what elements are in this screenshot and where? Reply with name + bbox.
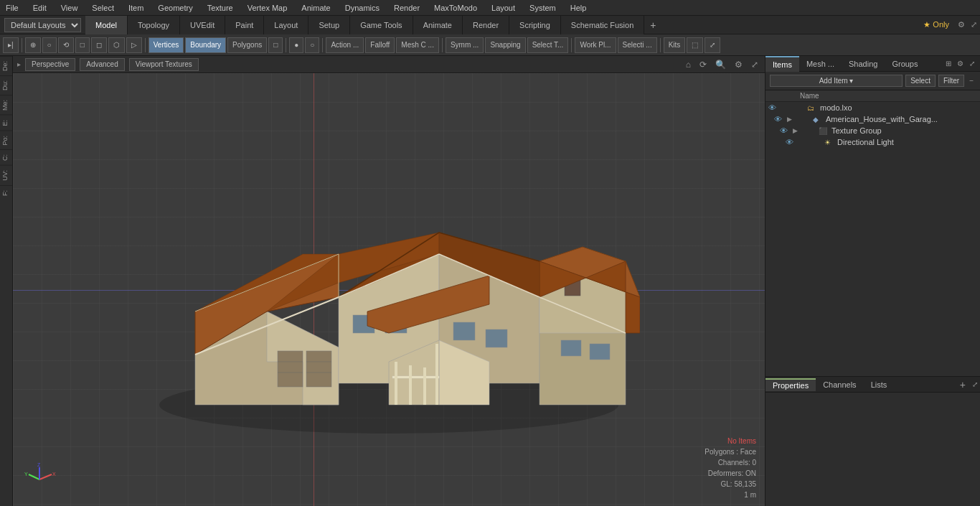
items-tab-mesh[interactable]: Mesh ... <box>799 56 842 72</box>
menu-maxtomodo[interactable]: MaxToModo <box>431 2 480 14</box>
menu-render[interactable]: Render <box>391 2 423 14</box>
tool-snapping[interactable]: Snapping <box>485 37 525 53</box>
viewport-textures-btn[interactable]: Viewport Textures <box>129 58 199 71</box>
tab-render[interactable]: Render <box>463 16 509 34</box>
tool-action[interactable]: Action ... <box>326 37 364 53</box>
list-item[interactable]: 👁 🗂 modo.lxo <box>765 102 980 113</box>
menu-view[interactable]: View <box>58 2 81 14</box>
tool-hex[interactable]: ⬡ <box>108 37 125 53</box>
layout-select[interactable]: Default Layouts <box>4 18 81 32</box>
tab-scripting[interactable]: Scripting <box>509 16 561 34</box>
viewport-advanced-btn[interactable]: Advanced <box>80 58 124 71</box>
items-settings-btn[interactable]: ⚙ <box>955 59 966 68</box>
tool-rotate[interactable]: ⟲ <box>58 37 74 53</box>
menu-dynamics[interactable]: Dynamics <box>342 2 382 14</box>
tab-paint[interactable]: Paint <box>225 16 264 34</box>
tool-kits[interactable]: Kits <box>664 37 686 53</box>
viewport-refresh-icon[interactable]: ⟳ <box>697 59 709 70</box>
tab-layout[interactable]: Layout <box>264 16 308 34</box>
left-tab-e[interactable]: E: <box>0 115 12 131</box>
items-select-button[interactable]: Select <box>905 75 936 87</box>
tool-falloff[interactable]: Falloff <box>365 37 395 53</box>
tool-icon1[interactable]: ⬚ <box>687 37 703 53</box>
tool-selecti[interactable]: Selecti ... <box>618 37 657 53</box>
item-expand-1[interactable]: ▶ <box>787 116 797 123</box>
layout-expand-icon[interactable]: ⤢ <box>968 20 980 29</box>
menu-item[interactable]: Item <box>126 2 146 14</box>
left-tab-po[interactable]: Po: <box>0 131 12 150</box>
tool-symm[interactable]: Symm ... <box>446 37 484 53</box>
tab-setup[interactable]: Setup <box>308 16 350 34</box>
list-item[interactable]: 👁 ☀ Directional Light <box>783 136 980 148</box>
viewport-expand-icon[interactable]: ⤢ <box>749 59 760 70</box>
tool-vertices[interactable]: Vertices <box>149 37 184 53</box>
left-tab-de[interactable]: De: <box>0 56 12 75</box>
prop-tab-lists[interactable]: Lists <box>864 379 895 390</box>
viewport-home-icon[interactable]: ⌂ <box>684 59 693 70</box>
menu-select[interactable]: Select <box>89 2 117 14</box>
viewport-menu-btn[interactable]: ▸ <box>17 60 21 68</box>
tool-square[interactable]: □ <box>75 37 90 53</box>
item-expand-2[interactable]: ▶ <box>793 127 803 134</box>
star-only-label[interactable]: ★ Only <box>918 20 955 29</box>
tool-icon2[interactable]: ⤢ <box>705 37 720 53</box>
menu-edit[interactable]: Edit <box>30 2 50 14</box>
item-vis-btn-3[interactable]: 👁 <box>786 138 796 146</box>
tab-animate[interactable]: Animate <box>413 16 463 34</box>
viewport-canvas[interactable]: X Y Z No Items Polygons : Face Channels:… <box>13 73 765 506</box>
prop-expand-btn[interactable]: ⤢ <box>970 380 980 389</box>
list-item[interactable]: 👁 ▶ ⬛ Texture Group <box>777 125 980 136</box>
menu-help[interactable]: Help <box>567 2 590 14</box>
tool-grid[interactable]: ⊕ <box>25 37 41 53</box>
menu-geometry[interactable]: Geometry <box>155 2 195 14</box>
menu-animate[interactable]: Animate <box>298 2 333 14</box>
viewport-settings-icon[interactable]: ⚙ <box>732 59 745 70</box>
list-item[interactable]: 👁 ▶ ◆ American_House_with_Garag... <box>771 113 980 125</box>
tool-select-t[interactable]: Select T... <box>527 37 569 53</box>
item-vis-btn-1[interactable]: 👁 <box>774 115 784 123</box>
viewport[interactable]: ▸ Perspective Advanced Viewport Textures… <box>13 56 765 506</box>
tool-mesh[interactable]: Mesh C ... <box>396 37 439 53</box>
left-tab-c[interactable]: C: <box>0 149 12 165</box>
tool-select-mode[interactable]: ▸| <box>3 37 19 53</box>
tool-circle[interactable]: ○ <box>42 37 57 53</box>
tool-work-pl[interactable]: Work Pl... <box>575 37 616 53</box>
tool-dot2[interactable]: ○ <box>305 37 319 53</box>
prop-tab-channels[interactable]: Channels <box>816 379 863 390</box>
add-tab-button[interactable]: + <box>644 18 661 32</box>
items-filter-button[interactable]: Filter <box>938 75 964 87</box>
tool-boundary[interactable]: Boundary <box>185 37 226 53</box>
viewport-search-icon[interactable]: 🔍 <box>713 59 728 70</box>
item-vis-btn-0[interactable]: 👁 <box>768 103 778 112</box>
items-tab-items[interactable]: Items <box>765 56 799 72</box>
items-expand-btn[interactable]: ⤢ <box>967 59 977 68</box>
items-collapse-btn[interactable]: ⊞ <box>943 59 953 68</box>
tool-polygons[interactable]: Polygons <box>227 37 267 53</box>
tool-dot[interactable]: ● <box>289 37 303 53</box>
menu-system[interactable]: System <box>527 2 559 14</box>
left-tab-me[interactable]: Me: <box>0 95 12 115</box>
prop-tab-properties[interactable]: Properties <box>765 378 816 391</box>
items-tab-groups[interactable]: Groups <box>885 56 925 72</box>
left-tab-dup[interactable]: Du: <box>0 75 12 95</box>
tool-square3[interactable]: □ <box>268 37 283 53</box>
tab-topology[interactable]: Topology <box>128 16 180 34</box>
tool-square2[interactable]: ◻ <box>91 37 107 53</box>
add-item-button[interactable]: Add Item ▾ <box>770 75 903 87</box>
left-tab-f[interactable]: F: <box>0 185 12 200</box>
item-vis-btn-2[interactable]: 👁 <box>780 126 790 135</box>
menu-layout[interactable]: Layout <box>489 2 518 14</box>
menu-texture[interactable]: Texture <box>204 2 236 14</box>
tab-gametools[interactable]: Game Tools <box>350 16 413 34</box>
menu-vertexmap[interactable]: Vertex Map <box>245 2 291 14</box>
items-tab-shading[interactable]: Shading <box>842 56 885 72</box>
menu-file[interactable]: File <box>3 2 22 14</box>
viewport-perspective-btn[interactable]: Perspective <box>25 58 75 71</box>
left-tab-uv[interactable]: UV: <box>0 165 12 185</box>
tool-play[interactable]: ▷ <box>126 37 142 53</box>
prop-add-button[interactable]: + <box>956 379 970 390</box>
layout-options-icon[interactable]: ⚙ <box>955 20 968 29</box>
tab-uvedit[interactable]: UVEdit <box>180 16 225 34</box>
items-minus-btn[interactable]: − <box>967 76 976 85</box>
tab-schematic[interactable]: Schematic Fusion <box>561 16 644 34</box>
